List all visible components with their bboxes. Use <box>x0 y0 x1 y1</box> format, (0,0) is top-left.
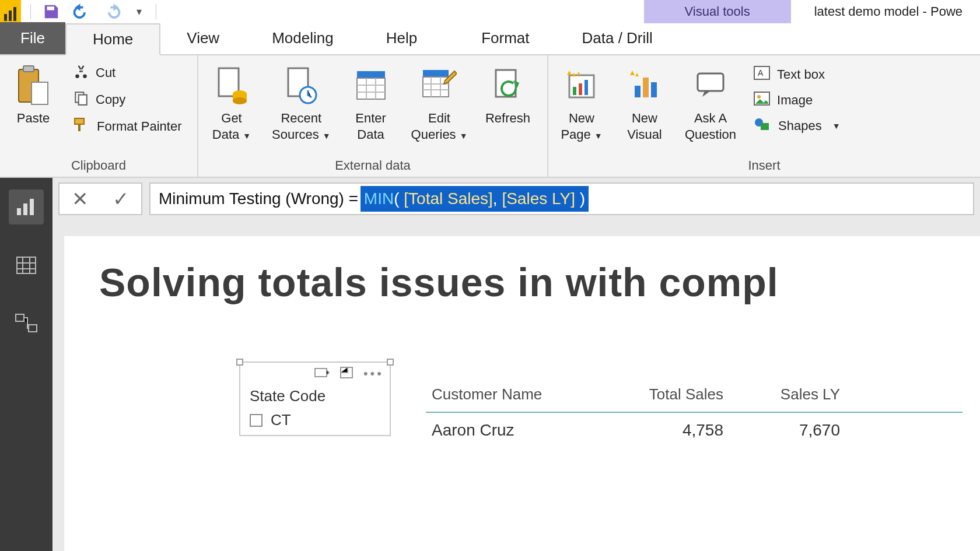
svg-text:A: A <box>758 68 764 78</box>
ribbon-group-label: External data <box>205 155 540 177</box>
ribbon-group-clipboard: Paste Cut Copy Format Painter Clipboard <box>0 55 198 177</box>
recent-sources-icon <box>285 62 317 108</box>
svg-rect-34 <box>761 123 769 130</box>
svg-rect-37 <box>30 199 34 215</box>
model-view-button[interactable] <box>9 306 44 341</box>
chevron-down-icon: ▼ <box>832 121 841 131</box>
tab-file[interactable]: File <box>0 22 65 54</box>
slicer-item-label: CT <box>271 411 291 429</box>
edit-queries-button[interactable]: Edit Queries▼ <box>408 60 471 142</box>
recent-sources-button[interactable]: Recent Sources▼ <box>268 60 334 142</box>
new-visual-icon <box>629 62 660 108</box>
image-icon <box>754 92 770 109</box>
more-options-icon[interactable]: ••• <box>363 366 384 381</box>
svg-rect-5 <box>32 82 48 104</box>
text-box-button[interactable]: A Text box <box>750 64 844 86</box>
ribbon-tabs: File Home View Modeling Help Format Data… <box>0 23 980 55</box>
new-visual-button[interactable]: New Visual <box>618 60 671 142</box>
ribbon-group-insert: New Page▼ New Visual Ask A Question A Te… <box>548 55 980 177</box>
column-header[interactable]: Total Sales <box>607 385 723 403</box>
paste-button[interactable]: Paste <box>7 60 60 127</box>
svg-rect-40 <box>29 325 37 332</box>
cut-button[interactable]: Cut <box>70 61 186 85</box>
slicer-state-code[interactable]: ••• State Code CT <box>239 362 391 436</box>
tab-format[interactable]: Format <box>455 22 555 54</box>
svg-rect-38 <box>17 257 36 273</box>
quick-access-toolbar: ▾ <box>0 0 158 23</box>
formula-bar: ✕ ✓ Minimum Testing (Wrong) = MIN( [Tota… <box>52 178 980 220</box>
report-page[interactable]: Solving totals issues in with compl ••• … <box>64 236 980 551</box>
new-page-button[interactable]: New Page▼ <box>555 60 608 142</box>
formula-selection: MIN( [Total Sales], [Sales LY] ) <box>363 188 586 209</box>
workspace: ✕ ✓ Minimum Testing (Wrong) = MIN( [Tota… <box>0 178 980 551</box>
column-header[interactable]: Sales LY <box>723 385 840 403</box>
formula-commit-button[interactable]: ✓ <box>100 184 141 214</box>
svg-rect-24 <box>584 80 588 95</box>
slicer-item[interactable]: CT <box>240 409 390 435</box>
get-data-icon <box>215 62 248 108</box>
copy-icon <box>74 90 89 109</box>
app-logo-icon <box>0 0 21 23</box>
svg-rect-25 <box>635 86 640 97</box>
cell-sales-ly: 7,670 <box>723 421 840 440</box>
report-canvas[interactable]: Solving totals issues in with compl ••• … <box>52 220 980 551</box>
qat-customize-dropdown[interactable]: ▾ <box>131 0 146 23</box>
ribbon: Paste Cut Copy Format Painter Clipboard <box>0 55 980 178</box>
tab-help[interactable]: Help <box>360 22 443 54</box>
svg-rect-39 <box>16 314 24 321</box>
window-title: latest demo model - Powe <box>791 0 980 23</box>
column-header[interactable]: Customer Name <box>432 385 607 403</box>
formula-cancel-button[interactable]: ✕ <box>60 184 100 214</box>
svg-rect-7 <box>79 95 87 105</box>
svg-rect-26 <box>643 78 649 97</box>
undo-button[interactable] <box>71 0 93 23</box>
qat-separator <box>156 4 156 19</box>
cell-total-sales: 4,758 <box>607 421 723 440</box>
text-box-icon: A <box>754 66 770 83</box>
enter-data-button[interactable]: Enter Data <box>345 60 397 142</box>
resize-handle-icon[interactable] <box>387 359 394 366</box>
ribbon-group-label: Insert <box>555 155 973 177</box>
svg-rect-18 <box>423 70 449 77</box>
table-header-row: Customer Name Total Sales Sales LY <box>426 382 963 413</box>
svg-rect-22 <box>573 87 576 95</box>
contextual-tab-visual-tools: Visual tools <box>644 0 791 23</box>
save-button[interactable] <box>40 0 62 23</box>
clear-slicer-icon[interactable] <box>314 367 330 381</box>
ribbon-group-label: Clipboard <box>7 155 190 177</box>
svg-rect-17 <box>357 78 385 99</box>
shapes-button[interactable]: Shapes▼ <box>750 115 844 137</box>
redo-button[interactable] <box>101 0 123 23</box>
formula-commit-buttons: ✕ ✓ <box>58 183 142 215</box>
refresh-button[interactable]: Refresh <box>481 60 534 127</box>
report-view-button[interactable] <box>9 189 44 224</box>
checkbox-icon[interactable] <box>250 414 262 427</box>
format-painter-button[interactable]: Format Painter <box>70 115 186 138</box>
edit-queries-icon <box>422 62 457 108</box>
svg-point-13 <box>233 97 247 104</box>
paste-icon <box>16 62 50 108</box>
tab-view[interactable]: View <box>160 22 246 54</box>
get-data-button[interactable]: Get Data▼ <box>205 60 258 142</box>
chevron-down-icon: ▼ <box>323 131 331 141</box>
data-view-button[interactable] <box>9 248 44 283</box>
ask-a-question-button[interactable]: Ask A Question <box>681 60 740 142</box>
table-visual[interactable]: Customer Name Total Sales Sales LY Aaron… <box>426 382 963 443</box>
formula-lhs: Minimum Testing (Wrong) = <box>159 189 363 208</box>
page-title-textbox[interactable]: Solving totals issues in with compl <box>99 259 980 305</box>
resize-handle-icon[interactable] <box>236 359 243 366</box>
chevron-down-icon: ▼ <box>460 131 468 141</box>
svg-rect-36 <box>23 203 27 215</box>
tab-modeling[interactable]: Modeling <box>246 22 360 54</box>
tab-data-drill[interactable]: Data / Drill <box>556 22 679 54</box>
copy-button[interactable]: Copy <box>70 88 186 111</box>
svg-rect-8 <box>75 118 84 124</box>
svg-rect-9 <box>78 124 80 131</box>
formula-input[interactable]: Minimum Testing (Wrong) = MIN( [Total Sa… <box>149 183 974 215</box>
tab-home[interactable]: Home <box>65 23 160 55</box>
slicer-header: State Code <box>240 382 390 409</box>
svg-rect-41 <box>315 368 327 377</box>
focus-mode-icon[interactable] <box>340 367 353 381</box>
table-row[interactable]: Aaron Cruz 4,758 7,670 <box>426 413 963 443</box>
image-button[interactable]: Image <box>750 89 844 111</box>
